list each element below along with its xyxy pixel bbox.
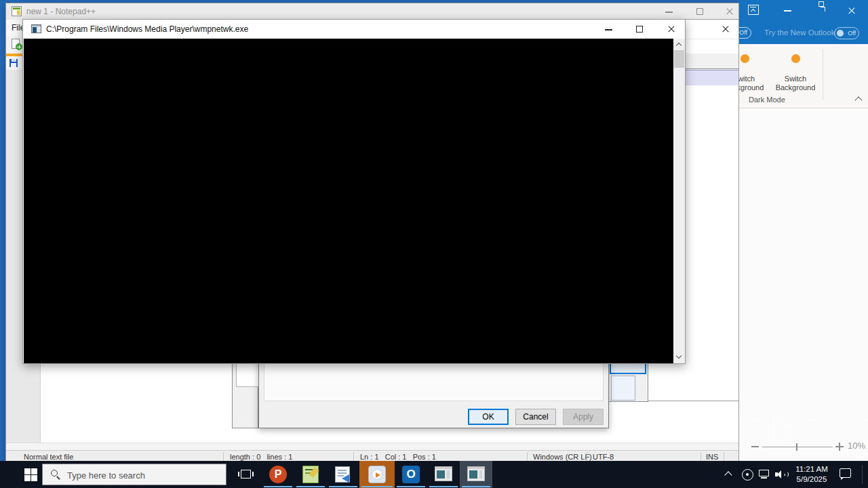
plus-icon (16, 43, 22, 50)
ribbon-display-options-icon (748, 5, 759, 15)
maximize-icon (636, 26, 643, 33)
new-file-button[interactable] (10, 38, 24, 52)
tray-volume-icon[interactable] (775, 469, 789, 480)
task-view-icon (241, 470, 251, 479)
partial-toggle-label: Off (739, 29, 747, 36)
close-icon (667, 24, 676, 34)
notepad-title: new 1 - Notepad++ (26, 7, 96, 16)
console-maximize-button[interactable] (629, 20, 651, 39)
show-desktop-divider[interactable] (862, 465, 863, 484)
open-indicator (429, 486, 458, 487)
save-icon (9, 59, 18, 67)
taskbar-app-document[interactable] (327, 461, 359, 488)
arrow-icon (342, 474, 349, 483)
taskbar-app-wmp-attention[interactable] (359, 461, 395, 488)
outlook-window: Off Try the New Outlook Off Switch Backg… (739, 0, 868, 462)
console-minimize-button[interactable] (598, 20, 620, 39)
outlook-restore-button[interactable] (812, 3, 829, 18)
scroll-down-button[interactable] (673, 352, 685, 363)
outlook-titlebar[interactable]: Off Try the New Outlook Off (739, 0, 868, 44)
outlook-close-button[interactable] (842, 3, 860, 18)
status-doc-type: Normal text file (24, 453, 73, 461)
search-input[interactable] (66, 464, 218, 486)
console-title: C:\Program Files\Windows Media Player\wm… (46, 24, 248, 34)
open-indicator (329, 486, 357, 487)
ribbon-group-label-dark-mode: Dark Mode (749, 96, 785, 104)
switch-background-button-1[interactable]: Switch Background (739, 47, 768, 100)
open-indicator (296, 486, 325, 487)
background-dialog-close-button[interactable] (717, 22, 734, 36)
open-indicator (462, 486, 490, 487)
console-scrollbar[interactable] (673, 39, 685, 363)
switch-background-button-2[interactable]: Switch Background (770, 47, 821, 100)
tray-show-hidden-icons[interactable] (720, 461, 738, 488)
outlook-icon: O (402, 466, 420, 483)
task-view-button[interactable] (232, 461, 259, 488)
chevron-down-icon (676, 353, 682, 359)
notepad-tab[interactable] (6, 54, 24, 70)
zoom-slider-handle[interactable] (796, 443, 797, 451)
new-outlook-toggle[interactable]: Off (834, 27, 859, 39)
partial-toggle[interactable]: Off (739, 27, 751, 39)
notepad-close-button[interactable] (719, 3, 740, 20)
switch-background-label: Switch Background (772, 75, 818, 92)
console-close-button[interactable] (660, 20, 682, 39)
zoom-level: 10% (848, 441, 865, 451)
outlook-minimize-button[interactable] (780, 3, 796, 18)
ok-button[interactable]: OK (468, 409, 509, 425)
clock-date: 5/9/2025 (791, 474, 833, 485)
desktop: new 1 - Notepad++ File (0, 0, 868, 488)
minimize-icon (605, 29, 612, 30)
maximize-icon (696, 8, 703, 15)
chevron-up-icon (724, 471, 732, 479)
tab-active-indicator (6, 54, 24, 56)
tray-record-icon[interactable] (742, 469, 753, 481)
taskbar-app-powerpoint[interactable]: P (262, 461, 294, 488)
taskbar-app-notepad[interactable] (294, 461, 327, 488)
windows-logo-icon (24, 468, 37, 481)
console-content[interactable] (24, 39, 673, 363)
notepad-titlebar[interactable]: new 1 - Notepad++ (6, 3, 738, 20)
scroll-thumb[interactable] (674, 50, 684, 68)
status-encoding[interactable]: UTF-8 (593, 453, 614, 461)
taskbar-app-console-2[interactable] (460, 461, 492, 488)
status-length-info: length : 0 lines : 1 (230, 453, 292, 461)
scroll-up-button[interactable] (673, 39, 685, 50)
notepad-maximize-button[interactable] (690, 3, 710, 20)
zoom-slider-track[interactable] (762, 447, 833, 447)
switch-background-label: Switch Background (739, 75, 766, 92)
search-icon (51, 470, 61, 480)
zoom-in-icon[interactable] (835, 443, 844, 451)
console-app-icon (31, 24, 41, 33)
console-titlebar[interactable]: C:\Program Files\Windows Media Player\wm… (23, 20, 685, 39)
action-center-button[interactable] (840, 468, 853, 481)
play-icon (376, 472, 380, 478)
status-typing-mode[interactable]: INS (706, 453, 718, 461)
cascade-inner-panel (611, 375, 635, 401)
taskbar-search[interactable] (42, 464, 226, 485)
notepad-app-icon (12, 6, 22, 16)
ribbon-display-options-button[interactable] (747, 4, 761, 16)
taskbar-app-console-1[interactable] (427, 461, 460, 488)
open-indicator (397, 486, 425, 487)
cancel-button[interactable]: Cancel (515, 409, 556, 425)
status-cursor-info: Ln : 1 Col : 1 Pos : 1 (360, 453, 436, 461)
action-center-icon (840, 468, 851, 478)
apply-button[interactable]: Apply (563, 409, 604, 425)
media-player-icon (368, 466, 386, 483)
document-icon (335, 466, 350, 483)
toggle-label: Off (848, 30, 856, 37)
zoom-out-icon[interactable] (751, 446, 759, 447)
minimize-icon (784, 10, 791, 12)
tray-clock[interactable]: 11:21 AM 5/9/2025 (791, 464, 833, 485)
status-eol-format[interactable]: Windows (CR LF) (533, 453, 592, 461)
notepad-plus-plus-icon (302, 466, 319, 483)
tray-network-icon[interactable] (759, 470, 770, 479)
console-window: C:\Program Files\Windows Media Player\wm… (22, 19, 686, 364)
clock-time: 11:21 AM (791, 464, 833, 474)
ribbon-collapse-chevron-icon[interactable] (854, 96, 862, 104)
taskbar-app-outlook[interactable]: O (395, 461, 427, 488)
sun-icon (791, 54, 800, 63)
powerpoint-icon: P (269, 466, 287, 483)
notepad-minimize-button[interactable] (658, 3, 679, 20)
